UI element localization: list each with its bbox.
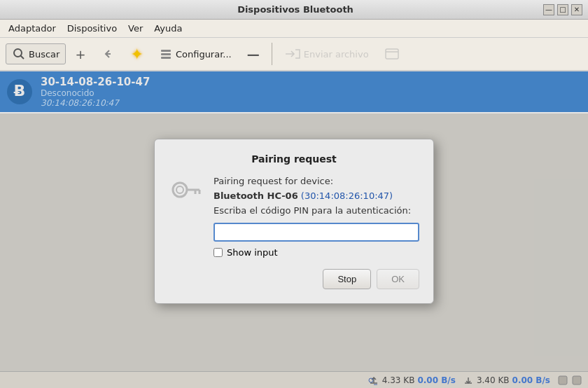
show-input-label[interactable]: Show input [227,247,278,258]
toolbar-separator [272,43,272,65]
request-text: Pairing request for device: [214,176,419,186]
menu-adaptador[interactable]: Adaptador [3,22,62,35]
upload-size: 4.33 KB [382,375,415,385]
dialog-text: Pairing request for device: Bluetooth HC… [214,176,419,258]
close-button[interactable]: ✕ [571,4,582,15]
dialog-body: Pairing request for device: Bluetooth HC… [169,176,419,258]
configure-icon [159,47,173,61]
menu-dispositivo[interactable]: Dispositivo [62,22,122,35]
dialog-title: Pairing request [169,153,419,165]
add-device-button[interactable]: + [69,43,92,65]
title-bar: Dispositivos Bluetooth — □ ✕ [0,0,588,20]
show-input-checkbox[interactable] [214,248,223,257]
svg-rect-2 [161,50,171,52]
minimize-button[interactable]: — [543,4,554,15]
svg-point-14 [369,378,373,382]
search-icon [12,47,26,61]
send-file-button[interactable]: Enviar archivo [278,43,375,64]
menu-bar: Adaptador Dispositivo Ver Ayuda [0,20,588,38]
search-label: Buscar [29,49,59,60]
toolbar: Buscar + ✦ Configurar... — [0,38,588,71]
sparkle-button[interactable]: ✦ [124,42,149,67]
window-controls: — □ ✕ [543,4,582,15]
download-size: 3.40 KB [477,375,510,385]
window-icon-button[interactable] [378,43,406,64]
pin-input[interactable] [214,223,419,242]
pairing-dialog: Pairing request Pairing request for devi… [154,139,434,304]
svg-rect-4 [161,57,171,59]
svg-point-10 [176,186,183,193]
svg-line-1 [21,56,24,60]
add-icon: + [75,47,85,62]
download-icon [463,375,474,386]
back-icon [101,47,115,61]
svg-rect-15 [559,376,567,384]
show-input-row: Show input [214,247,419,258]
device-address-dialog: (30:14:08:26:10:47) [301,190,393,201]
download-status: 3.40 KB 0.00 B/s [463,375,550,386]
remove-icon: — [247,47,260,62]
maximize-button[interactable]: □ [557,4,568,15]
upload-status: 4.33 KB 0.00 B/s [368,375,456,386]
configure-label: Configurar... [176,49,232,60]
upload-icon [368,375,379,386]
download-rate: 0.00 B/s [512,375,550,385]
back-button[interactable] [94,43,121,64]
remove-button[interactable]: — [241,43,266,65]
status-icon-1[interactable] [557,375,568,386]
send-label: Enviar archivo [304,49,369,60]
device-name-bold: Bluetooth HC-06 [214,190,298,201]
send-icon [284,47,301,61]
svg-point-0 [14,49,22,57]
ok-button[interactable]: OK [377,269,419,289]
upload-rate: 0.00 B/s [417,375,455,385]
content-area: Ƀ 30-14-08-26-10-47 Desconocido 30:14:08… [0,71,588,371]
stop-button[interactable]: Stop [323,269,371,289]
window-title: Dispositivos Bluetooth [48,4,543,15]
key-icon [169,176,202,209]
svg-point-9 [173,183,187,197]
device-description: Bluetooth HC-06 (30:14:08:26:10:47) [214,190,419,201]
svg-rect-5 [386,49,398,59]
main-window: Dispositivos Bluetooth — □ ✕ Adaptador D… [0,0,588,388]
menu-ver[interactable]: Ver [122,22,148,35]
configure-button[interactable]: Configurar... [153,43,238,64]
status-bar: 4.33 KB 0.00 B/s 3.40 KB 0.00 B/s [0,371,588,388]
dialog-buttons: Stop OK [169,269,419,289]
pin-label: Escriba el código PIN para la autenticac… [214,205,419,216]
status-controls [557,375,582,386]
menu-ayuda[interactable]: Ayuda [148,22,188,35]
svg-rect-16 [573,376,581,384]
window-icon [384,47,400,61]
status-icon-2[interactable] [571,375,582,386]
sparkle-icon: ✦ [130,46,143,63]
svg-rect-3 [161,53,171,55]
search-button[interactable]: Buscar [6,43,66,64]
modal-overlay: Pairing request Pairing request for devi… [0,71,588,371]
